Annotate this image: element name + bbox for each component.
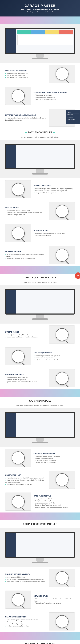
monitor-mockup [0, 24, 80, 63]
app-tagline: Help Auto Repair center advance the best… [3, 11, 77, 12]
feature-dashboard: INNOVATIVE DASHBOARDIntuitive dashboard … [0, 63, 80, 85]
magnifier-icon [56, 68, 68, 80]
feature-sales: MANAGE BOTH AUTO SALES & SERVICEAdmin ca… [0, 85, 80, 107]
feature-list: Intuitive dashboard with InfographicsDif… [5, 72, 46, 78]
roles-panel: UsersCustomersEmployeesSupport StaffsAcc… [66, 110, 80, 124]
feature-title: INNOVATIVE DASHBOARD [5, 69, 46, 71]
section-title-configure: EASY TO CONFIGURE [0, 128, 80, 136]
wave-divider [0, 16, 80, 24]
feature-roles: DIFFERENT USER ROLES AVAILABLESystem pro… [0, 107, 80, 128]
app-subtitle: AUTO SERVICE MANAGEMENT SOFTWARE [3, 8, 77, 10]
app-title: GARAGE MASTER [3, 4, 77, 8]
feature-title: MANAGE BOTH AUTO SALES & SERVICE [34, 91, 75, 93]
section-subtitle: You can manage your whole garage system … [0, 136, 80, 140]
main-header: GARAGE MASTER AUTO SERVICE MANAGEMENT SO… [0, 0, 80, 16]
